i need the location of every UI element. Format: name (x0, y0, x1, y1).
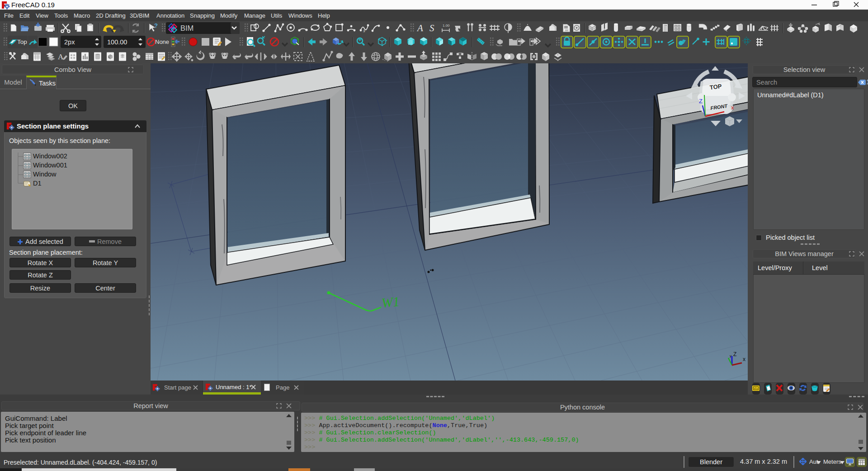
svg-text:x: x (743, 356, 745, 362)
svg-text:2px: 2px (64, 38, 75, 46)
svg-text:Top: Top (17, 38, 27, 45)
svg-text:D1: D1 (33, 180, 42, 187)
svg-text:3: 3 (363, 29, 365, 33)
svg-text:Z: Z (733, 351, 736, 357)
svg-text:100.00: 100.00 (107, 38, 127, 46)
svg-text:Z: Z (699, 98, 703, 105)
svg-text:Window002: Window002 (33, 152, 67, 160)
svg-text:A: A (416, 23, 423, 33)
svg-text:?: ? (154, 22, 158, 29)
svg-text:None: None (155, 38, 169, 45)
svg-text:S: S (429, 23, 434, 33)
svg-text:x: x (731, 104, 734, 111)
svg-text:W1: W1 (381, 294, 400, 310)
svg-text:y: y (730, 354, 731, 358)
svg-text:Window001: Window001 (33, 162, 67, 169)
svg-text:BIM: BIM (180, 24, 193, 32)
svg-text:A: A (58, 52, 64, 61)
svg-text:Window: Window (33, 171, 57, 178)
svg-text:1.00: 1.00 (443, 24, 450, 28)
